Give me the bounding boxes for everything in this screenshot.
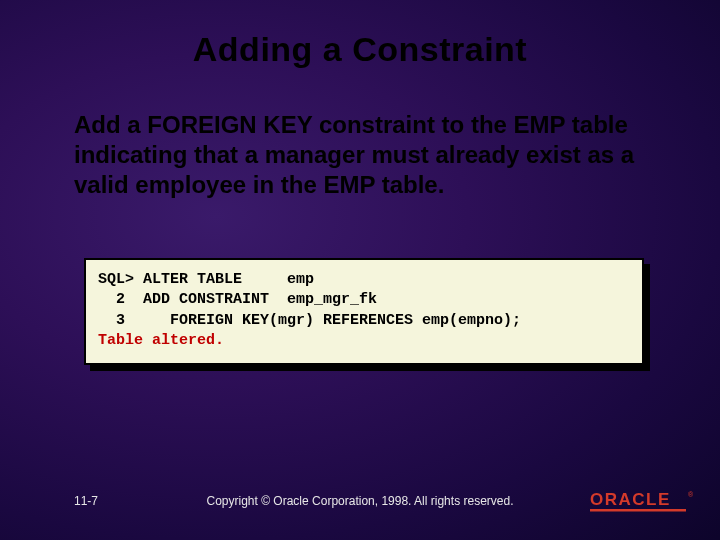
slide: Adding a Constraint Add a FOREIGN KEY co… [0,0,720,540]
oracle-logo-text: ORACLE [590,490,671,509]
oracle-logo: ORACLE ® [590,488,694,514]
code-box: SQL> ALTER TABLE emp 2 ADD CONSTRAINT em… [84,258,644,365]
code-line-2: 2 ADD CONSTRAINT emp_mgr_fk [98,291,377,308]
oracle-logo-underline [590,509,686,512]
code-result: Table altered. [98,332,224,349]
code-line-3: 3 FOREIGN KEY(mgr) REFERENCES emp(empno)… [98,312,521,329]
registered-mark-icon: ® [688,491,694,498]
slide-title: Adding a Constraint [0,30,720,69]
slide-body-text: Add a FOREIGN KEY constraint to the EMP … [74,110,654,200]
code-block: SQL> ALTER TABLE emp 2 ADD CONSTRAINT em… [84,258,644,365]
code-line-1: SQL> ALTER TABLE emp [98,271,314,288]
footer: 11-7 Copyright © Oracle Corporation, 199… [0,478,720,518]
